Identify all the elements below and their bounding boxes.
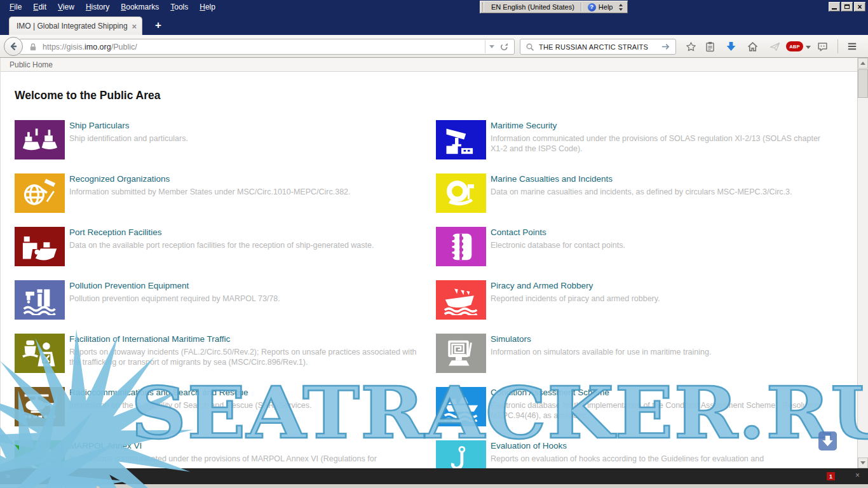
- history-dropdown-icon[interactable]: [489, 45, 494, 48]
- piracy-boat-tile[interactable]: [436, 280, 486, 320]
- language-button[interactable]: EN English (United States): [487, 3, 579, 11]
- menu-bar: File Edit View History Bookmarks Tools H…: [0, 0, 868, 14]
- page-content: Public Home Welcome to the Public Area S…: [0, 58, 857, 468]
- menu-button[interactable]: [846, 40, 858, 53]
- service-link[interactable]: Facilitation of International Maritime T…: [69, 334, 423, 344]
- search-input-value[interactable]: THE RUSSIAN ARCTIC STRAITS: [539, 43, 661, 51]
- service-link[interactable]: Port Reception Facilities: [69, 227, 374, 237]
- hamburger-menu-icon: [846, 41, 858, 52]
- service-item: Pollution Prevention Equipment Pollution…: [15, 280, 436, 334]
- page-scroll-down-button[interactable]: [818, 431, 837, 451]
- show-bookmarks-icon: [705, 41, 715, 52]
- marpol-waves-tile[interactable]: [15, 440, 65, 468]
- toolbar-options-spinner[interactable]: [617, 4, 626, 11]
- new-tab-button[interactable]: +: [150, 18, 166, 32]
- service-item: Radiocommunications and Search and Rescu…: [15, 387, 436, 440]
- service-link[interactable]: Contact Points: [491, 227, 625, 237]
- blue-down-arrow-icon: [822, 435, 834, 447]
- port-crane-tile[interactable]: [15, 227, 65, 266]
- security-camera-icon: [443, 125, 480, 155]
- chat-icon: [817, 41, 828, 52]
- service-description: Data on the available port reception fac…: [69, 240, 374, 250]
- language-help-button[interactable]: ? Help: [583, 3, 618, 11]
- service-item: Simulators Information on simulators ava…: [436, 334, 845, 387]
- spinner-up-icon: [619, 4, 623, 6]
- security-camera-tile[interactable]: [436, 120, 486, 159]
- help-button-label: Help: [599, 3, 613, 11]
- show-bookmarks-button[interactable]: [703, 40, 716, 53]
- search-icon: [526, 43, 534, 51]
- statusbar-chevron-icon[interactable]: »: [6, 471, 10, 480]
- service-link[interactable]: Pollution Prevention Equipment: [69, 281, 280, 290]
- service-link[interactable]: Evaluation of Hooks: [491, 441, 764, 451]
- bookmark-star-icon: [686, 41, 696, 52]
- service-link[interactable]: Ship Particulars: [69, 121, 188, 130]
- toolbar-grip[interactable]: [482, 3, 484, 11]
- home-button[interactable]: [746, 40, 759, 53]
- back-button[interactable]: [4, 37, 23, 56]
- service-link[interactable]: Radiocommunications and Search and Rescu…: [69, 388, 311, 397]
- send-button[interactable]: [768, 40, 781, 53]
- scrollbar-down-button[interactable]: [858, 458, 868, 468]
- simulator-monitor-tile[interactable]: [436, 334, 486, 373]
- vertical-scrollbar[interactable]: [857, 58, 868, 468]
- service-link[interactable]: Condition Assessment Scheme: [491, 388, 830, 397]
- scrollbar-up-button[interactable]: [858, 58, 868, 69]
- close-window-button[interactable]: ×: [854, 2, 865, 11]
- service-description: Information on the availability of Searc…: [69, 400, 311, 410]
- scrollbar-thumb[interactable]: [858, 69, 868, 98]
- service-description: Reported incidents of piracy and armed r…: [491, 294, 660, 304]
- url-path: /Public/: [111, 43, 137, 51]
- pollution-equipment-tile[interactable]: [15, 280, 65, 320]
- hook-tile[interactable]: [436, 440, 486, 468]
- service-description: Reports on evaluation of hooks according…: [491, 454, 764, 464]
- immigration-officer-tile[interactable]: [15, 334, 65, 373]
- service-link[interactable]: Piracy and Armed Robbery: [491, 281, 660, 290]
- downloads-icon: [726, 41, 736, 52]
- minimize-button[interactable]: [829, 2, 840, 11]
- bookmark-star-button[interactable]: [684, 40, 697, 53]
- go-arrow-icon[interactable]: [661, 42, 670, 51]
- service-link[interactable]: Maritime Security: [491, 121, 830, 130]
- reload-icon[interactable]: [499, 42, 509, 51]
- search-bar[interactable]: THE RUSSIAN ARCTIC STRAITS: [520, 39, 676, 55]
- restore-button[interactable]: [841, 2, 853, 11]
- url-text: https://gisis.imo.org/Public/: [43, 43, 137, 51]
- menu-tools[interactable]: Tools: [165, 1, 194, 13]
- ships-tile[interactable]: [15, 120, 65, 159]
- breadcrumb-label: Public Home: [10, 60, 53, 69]
- menu-file[interactable]: File: [4, 1, 27, 13]
- contact-book-tile[interactable]: [436, 227, 486, 266]
- menu-bookmarks[interactable]: Bookmarks: [115, 1, 165, 13]
- statusbar-close-icon[interactable]: ×: [855, 471, 860, 480]
- restore-icon: [844, 4, 850, 9]
- active-tab[interactable]: IMO | Global Integrated Shipping I... ×: [9, 17, 142, 35]
- home-icon: [747, 41, 758, 52]
- scroll-up-icon: [860, 62, 865, 65]
- scroll-down-icon: [860, 461, 865, 464]
- chat-button[interactable]: [816, 40, 829, 53]
- adblock-button[interactable]: ABP: [786, 41, 803, 51]
- lifering-tile[interactable]: [436, 173, 486, 213]
- menu-edit[interactable]: Edit: [27, 1, 52, 13]
- globe-satellite-tile[interactable]: [15, 173, 65, 213]
- service-description: Electronic database for the implementati…: [491, 400, 830, 421]
- helicopter-icon: [22, 392, 58, 422]
- hook-icon: [443, 445, 480, 469]
- adblock-dropdown-icon[interactable]: [806, 46, 811, 49]
- service-link[interactable]: MARPOL Annex VI: [69, 441, 377, 451]
- service-link[interactable]: Marine Casualties and Incidents: [491, 174, 792, 184]
- service-link[interactable]: Simulators: [491, 334, 711, 344]
- helicopter-tile[interactable]: [15, 387, 65, 426]
- menu-history[interactable]: History: [80, 1, 115, 13]
- menu-help[interactable]: Help: [194, 1, 221, 13]
- service-item: Maritime Security Information communicat…: [436, 120, 845, 173]
- window-controls: ×: [829, 2, 865, 11]
- downloads-button[interactable]: [724, 40, 737, 53]
- service-link[interactable]: Recognized Organizations: [69, 174, 351, 184]
- url-bar[interactable]: https://gisis.imo.org/Public/: [19, 39, 515, 55]
- menu-view[interactable]: View: [52, 1, 80, 13]
- tanker-ship-tile[interactable]: [436, 387, 486, 426]
- tab-close-icon[interactable]: ×: [128, 22, 137, 31]
- statusbar-count-badge[interactable]: 1: [827, 472, 835, 480]
